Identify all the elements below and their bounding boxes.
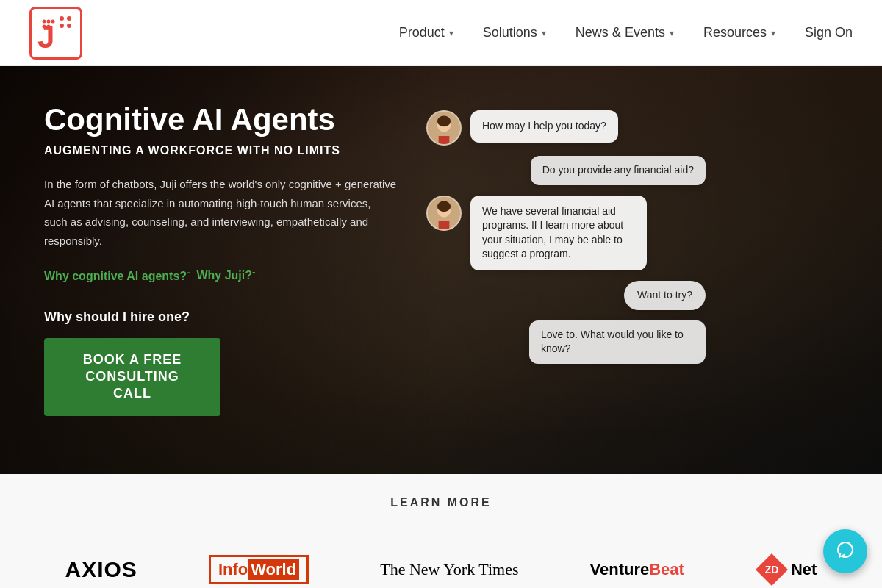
chat-row-5: Love to. What would you like to know? <box>426 320 706 364</box>
svg-point-7 <box>51 19 55 23</box>
sign-on-link[interactable]: Sign On <box>805 25 853 40</box>
learn-more-label: LEARN MORE <box>0 496 882 509</box>
avatar-bot-2 <box>426 196 462 231</box>
nav-item-news-events[interactable]: News & Events ▾ <box>576 25 674 40</box>
nav-item-solutions[interactable]: Solutions ▾ <box>483 25 546 40</box>
hero-links: Why cognitive AI agents?- Why Juji?- <box>44 266 426 282</box>
svg-point-16 <box>437 201 451 212</box>
chevron-down-icon: ▾ <box>542 28 546 38</box>
chat-bubble-3: We have several financial aid programs. … <box>470 196 647 270</box>
svg-point-8 <box>43 24 46 28</box>
avatar-bot-1 <box>426 110 462 146</box>
chat-row-2: Do you provide any financial aid? <box>426 156 706 185</box>
hero-chat-demo: How may I help you today? Do you provide… <box>426 103 706 364</box>
hero-hire-question: Why should I hire one? <box>44 309 426 325</box>
navbar: J Product ▾ Solutions ▾ News & Events ▾ … <box>0 0 882 66</box>
chevron-down-icon: ▾ <box>670 28 674 38</box>
hero-title: Cognitive AI Agents <box>44 103 426 137</box>
chat-bubble-4: Want to try? <box>624 281 706 310</box>
svg-point-0 <box>60 16 64 21</box>
svg-point-1 <box>67 16 71 21</box>
why-cognitive-link[interactable]: Why cognitive AI agents?- <box>44 270 190 282</box>
svg-point-3 <box>67 24 71 28</box>
chat-row-3: We have several financial aid programs. … <box>426 196 706 270</box>
svg-point-12 <box>437 116 451 127</box>
logos-row: AXIOS InfoWorld The New York Times Ventu… <box>0 553 882 586</box>
chat-bubble-1: How may I help you today? <box>470 110 618 143</box>
infoworld-logo[interactable]: InfoWorld <box>209 555 309 584</box>
learn-more-section: LEARN MORE <box>0 474 882 546</box>
zdnet-logo[interactable]: ZD Net <box>756 553 817 586</box>
svg-rect-13 <box>439 136 450 144</box>
chat-bubble-2: Do you provide any financial aid? <box>531 156 706 185</box>
hero-section: Cognitive AI Agents AUGMENTING A WORKFOR… <box>0 66 882 474</box>
svg-point-6 <box>47 19 51 23</box>
chat-bubble-5: Love to. What would you like to know? <box>529 320 706 364</box>
chat-fab-button[interactable] <box>823 529 867 573</box>
chat-row-4: Want to try? <box>426 281 706 310</box>
axios-logo[interactable]: AXIOS <box>65 557 137 582</box>
svg-point-2 <box>60 24 64 28</box>
hero-description: In the form of chatbots, Juji offers the… <box>44 175 397 250</box>
svg-point-5 <box>43 19 46 23</box>
nav-links: Product ▾ Solutions ▾ News & Events ▾ Re… <box>399 25 853 40</box>
svg-rect-17 <box>439 221 450 229</box>
nav-item-product[interactable]: Product ▾ <box>399 25 453 40</box>
logo[interactable]: J <box>29 7 82 60</box>
book-consulting-button[interactable]: BOOK A FREECONSULTING CALL <box>44 338 220 416</box>
logos-section: AXIOS InfoWorld The New York Times Ventu… <box>0 546 882 588</box>
chat-row-1: How may I help you today? <box>426 110 706 146</box>
svg-point-9 <box>47 24 51 28</box>
svg-text:J: J <box>37 20 54 54</box>
chevron-down-icon: ▾ <box>771 28 775 38</box>
chevron-down-icon: ▾ <box>449 28 453 38</box>
hero-subtitle: AUGMENTING A WORKFORCE WITH NO LIMITS <box>44 144 426 157</box>
hero-left-content: Cognitive AI Agents AUGMENTING A WORKFOR… <box>44 103 426 416</box>
nav-item-resources[interactable]: Resources ▾ <box>703 25 775 40</box>
venturebeat-logo[interactable]: VentureBeat <box>590 560 684 579</box>
nyt-logo[interactable]: The New York Times <box>380 560 518 579</box>
